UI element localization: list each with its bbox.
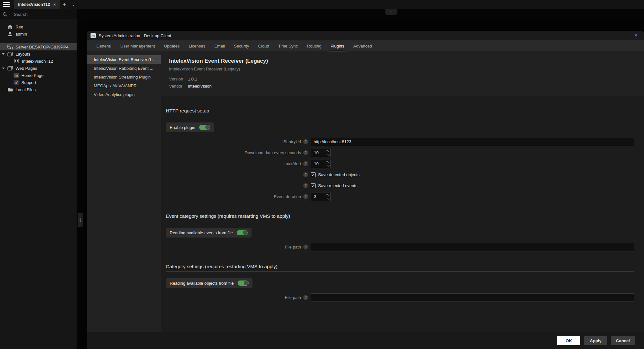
tree-item-support[interactable]: nx Support — [0, 79, 77, 86]
search-filter-chevron-icon[interactable]: ⌄ — [8, 13, 11, 16]
save-detected-objects-checkbox[interactable]: ✓ Save detected objects — [311, 172, 360, 177]
plugin-list: IntelexVision Event Receiver (L... Intel… — [87, 51, 161, 332]
reading-events-label: Reading available events from file — [170, 230, 233, 235]
tree-item-layouts[interactable]: Layouts — [0, 50, 77, 58]
form-row-save-rejected-events: ? ✓ Save rejected events — [166, 181, 634, 190]
checkbox-checked-icon: ✓ — [311, 172, 316, 177]
form-row-objects-file-path: File path ? — [166, 293, 634, 302]
stepper-value: 10 — [311, 150, 325, 155]
new-tab-button[interactable]: + — [60, 0, 69, 9]
tab-email[interactable]: Email — [210, 40, 230, 51]
toggle-on-icon[interactable] — [238, 280, 249, 286]
vendor-label: Vendor — [169, 84, 185, 89]
chevron-left-icon: ❮ — [79, 218, 81, 222]
tree-item-label: Local Files — [16, 87, 36, 92]
help-icon[interactable]: ? — [303, 172, 308, 177]
form-row-save-detected-objects: ? ✓ Save detected objects — [166, 170, 634, 179]
checkbox-label: Save detected objects — [318, 172, 360, 177]
ok-button[interactable]: OK — [557, 336, 580, 345]
toggle-on-icon[interactable] — [199, 125, 210, 130]
plugin-list-item[interactable]: IntelexVision Rabbitmq Event ... — [87, 64, 161, 73]
events-file-path-input[interactable] — [311, 243, 634, 251]
dialog-tab-bar: General User Management Updates Licenses… — [87, 40, 644, 51]
cancel-button[interactable]: Cancel — [611, 336, 635, 345]
tree-item-cloud-system[interactable]: Ree — [0, 23, 77, 30]
tree-spacer — [0, 37, 77, 43]
webpage-favicon-nx-icon: nx — [14, 80, 19, 85]
tab-updates[interactable]: Updates — [159, 40, 184, 51]
tree-item-current-user[interactable]: admin — [0, 30, 77, 37]
resource-tree: Ree admin Server DESKTOP-G8J9PP4 Layouts — [0, 19, 77, 93]
plugin-header: IntelexVision Event Receiver (Legacy) In… — [161, 51, 644, 96]
help-icon[interactable]: ? — [303, 245, 308, 249]
plugin-list-item[interactable]: MEGApix Ai/IVA/ANPR — [87, 81, 161, 90]
tree-item-layout[interactable]: IntelexVisionT12 — [0, 58, 77, 65]
help-icon[interactable]: ? — [303, 150, 308, 155]
dialog-title-bar: m System Administration - Desktop Client… — [87, 31, 644, 40]
download-seconds-stepper[interactable]: 10 — [311, 149, 331, 157]
apply-button[interactable]: Apply — [584, 336, 607, 345]
tab-advanced[interactable]: Advanced — [349, 40, 377, 51]
resource-sidebar: ⌄ Ree admin Server DESKTOP-G8J9PP4 — [0, 9, 77, 349]
objects-file-path-input[interactable] — [311, 293, 634, 302]
expand-arrow-icon[interactable] — [2, 68, 5, 69]
event-duration-stepper[interactable]: 3 — [311, 193, 331, 201]
scene-tab-close-icon[interactable]: × — [53, 2, 56, 7]
section-http-request-setup: HTTP request setup Enable plugin iSentry… — [166, 108, 634, 201]
plugin-list-item[interactable]: IntelexVision Streaming Plugin — [87, 73, 161, 81]
tree-item-label: admin — [16, 32, 27, 37]
tab-plugins[interactable]: Plugins — [326, 40, 349, 51]
search-input[interactable] — [14, 12, 74, 17]
tree-item-server[interactable]: Server DESKTOP-G8J9PP4 — [0, 43, 77, 50]
app-m-icon: m — [91, 33, 96, 38]
reading-events-toggle[interactable]: Reading available events from file — [166, 228, 252, 238]
scene-tab[interactable]: IntelexVisionT12 × — [14, 0, 60, 9]
save-rejected-events-checkbox[interactable]: ✓ Save rejected events — [311, 183, 357, 188]
layouts-icon — [7, 51, 13, 57]
folder-icon — [7, 87, 13, 92]
tree-item-home-page[interactable]: m Home Page — [0, 72, 77, 79]
help-icon[interactable]: ? — [303, 183, 308, 188]
reading-objects-toggle[interactable]: Reading available objects from file — [166, 278, 252, 288]
expand-arrow-icon[interactable] — [2, 53, 5, 55]
tab-time-sync[interactable]: Time Sync — [274, 40, 302, 51]
maxalert-label: maxAlert — [166, 161, 301, 166]
section-title: HTTP request setup — [166, 108, 634, 116]
tree-item-label: Server DESKTOP-G8J9PP4 — [16, 45, 69, 49]
file-path-label: File path — [166, 295, 301, 300]
help-icon[interactable]: ? — [303, 194, 308, 199]
top-tab-bar: IntelexVisionT12 × + ⌄ — [0, 0, 644, 9]
help-icon[interactable]: ? — [303, 161, 308, 166]
tree-item-web-pages[interactable]: Web Pages — [0, 65, 77, 72]
help-icon[interactable]: ? — [303, 139, 308, 144]
isentryurl-input[interactable] — [311, 138, 634, 146]
tab-user-management[interactable]: User Management — [116, 40, 159, 51]
toggle-on-icon[interactable] — [237, 230, 248, 235]
plugin-subtitle: IntelexVision Event Receiver (Legacy) — [169, 67, 634, 71]
tab-cloud[interactable]: Cloud — [253, 40, 274, 51]
stepper-value: 10 — [311, 161, 325, 166]
dialog-close-icon[interactable]: × — [632, 32, 640, 39]
enable-plugin-toggle[interactable]: Enable plugin — [166, 122, 214, 132]
tab-general[interactable]: General — [92, 40, 116, 51]
search-icon: ⌄ — [3, 12, 11, 17]
tab-licenses[interactable]: Licenses — [184, 40, 210, 51]
maxalert-stepper[interactable]: 10 — [311, 160, 331, 168]
reading-objects-label: Reading available objects from file — [170, 281, 234, 286]
main-menu-button[interactable] — [0, 0, 13, 9]
dialog-footer: OK Apply Cancel — [87, 332, 644, 349]
tree-item-local-files[interactable]: Local Files — [0, 86, 77, 93]
plugin-list-item[interactable]: IntelexVision Event Receiver (L... — [87, 55, 161, 64]
section-category-settings: Category settings (requires restarting V… — [166, 264, 634, 302]
tab-list-menu-button[interactable]: ⌄ — [69, 0, 78, 9]
user-icon — [7, 31, 13, 37]
top-panel-collapse-handle[interactable]: ⌃ — [385, 9, 397, 15]
tab-security[interactable]: Security — [229, 40, 253, 51]
search-bar[interactable]: ⌄ — [0, 9, 77, 19]
plugin-list-item[interactable]: Video Analytics plugin — [87, 90, 161, 99]
tab-routing[interactable]: Routing — [302, 40, 326, 51]
form-row-events-file-path: File path ? — [166, 243, 634, 251]
server-icon — [7, 44, 13, 49]
sidebar-collapse-handle[interactable]: ❮ — [78, 213, 83, 227]
help-icon[interactable]: ? — [303, 295, 308, 300]
